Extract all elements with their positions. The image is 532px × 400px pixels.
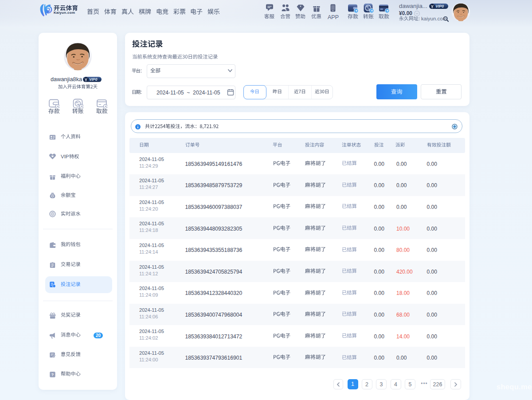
svg-text:?: ? xyxy=(51,372,54,376)
svg-text:VIP0: VIP0 xyxy=(89,77,98,82)
svg-text:VIP0: VIP0 xyxy=(436,4,444,8)
